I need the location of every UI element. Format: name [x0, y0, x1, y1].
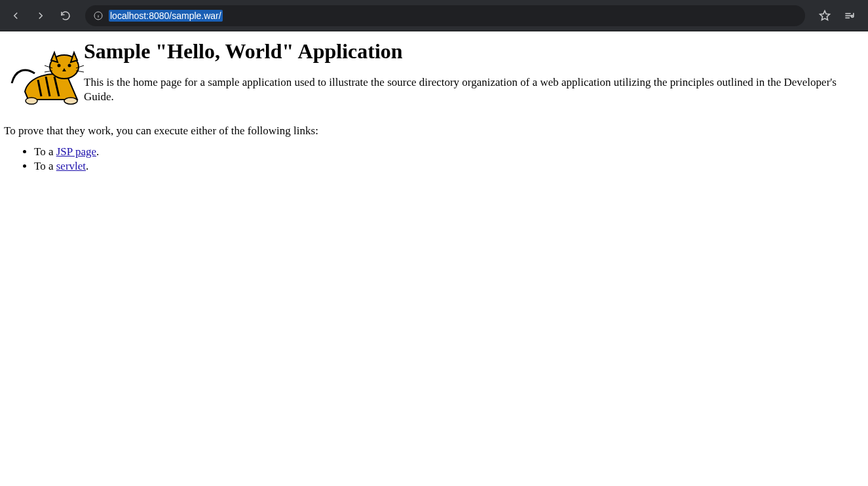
star-icon — [818, 9, 831, 22]
site-info-icon[interactable] — [93, 10, 104, 21]
bookmark-button[interactable] — [814, 5, 835, 26]
toolbar-right — [814, 5, 863, 26]
back-button[interactable] — [5, 5, 26, 26]
url-text: localhost:8080/sample.war/ — [109, 10, 223, 21]
reload-icon — [60, 10, 71, 22]
list-item: To a servlet. — [34, 160, 865, 173]
media-control-button[interactable] — [839, 5, 860, 26]
svg-point-6 — [64, 98, 77, 104]
equalizer-icon — [843, 9, 856, 22]
jsp-page-link[interactable]: JSP page — [56, 145, 96, 158]
url-value: localhost:8080/sample.war/ — [109, 10, 223, 22]
tomcat-icon — [5, 41, 84, 106]
prove-paragraph: To prove that they work, you can execute… — [4, 124, 865, 138]
svg-point-4 — [58, 64, 61, 67]
svg-point-7 — [26, 98, 37, 104]
forward-button[interactable] — [30, 5, 51, 26]
browser-toolbar: localhost:8080/sample.war/ — [0, 0, 868, 31]
link-suffix: . — [86, 160, 88, 172]
page-content: Sample "Hello, World" Application This i… — [0, 31, 868, 177]
servlet-link[interactable]: servlet — [56, 160, 86, 172]
page-title: Sample "Hello, World" Application — [84, 39, 865, 64]
address-bar[interactable]: localhost:8080/sample.war/ — [85, 5, 805, 26]
link-prefix: To a — [34, 145, 56, 158]
arrow-left-icon — [10, 10, 22, 22]
svg-point-5 — [68, 64, 71, 67]
arrow-right-icon — [35, 10, 47, 22]
link-prefix: To a — [34, 160, 56, 172]
reload-button[interactable] — [55, 5, 76, 26]
intro-paragraph: This is the home page for a sample appli… — [84, 75, 865, 104]
links-list: To a JSP page. To a servlet. — [34, 145, 865, 173]
link-suffix: . — [96, 145, 99, 158]
list-item: To a JSP page. — [34, 145, 865, 159]
header-row: Sample "Hello, World" Application This i… — [3, 37, 865, 106]
header-text: Sample "Hello, World" Application This i… — [84, 37, 865, 104]
tomcat-logo — [5, 41, 84, 106]
